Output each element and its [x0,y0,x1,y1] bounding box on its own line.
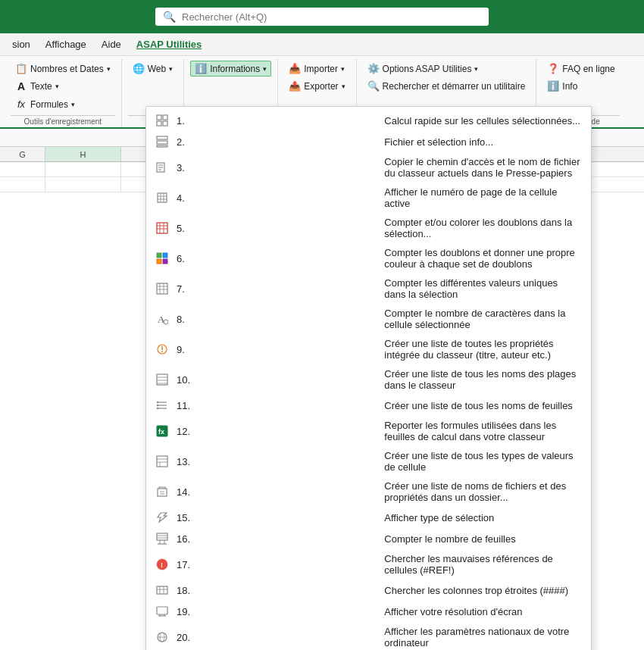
dropdown-item-16[interactable]: 16. Compter le nombre de feuilles [146,528,591,549]
item-label-5: Compter et/ou colorer les doublons dans … [384,217,581,239]
exporter-button[interactable]: 📤 Exporter ▾ [284,78,349,94]
item-label-20: Afficher les paramètres nationaux de vot… [384,626,581,648]
dropdown-item-1[interactable]: 1. Calcul rapide sur les cellules sélect… [146,110,591,131]
svg-rect-1 [163,115,167,120]
item-text-2: 2. [177,136,374,148]
svg-rect-62 [157,586,167,594]
item-text-8: 8. [177,314,374,325]
item-text-3: 3. [177,162,374,173]
dropdown-item-14[interactable]: 14. Créer une liste de noms de fichiers … [146,477,591,507]
item-icon-3 [155,161,169,174]
item-icon-13 [155,455,169,468]
dropdown-item-13[interactable]: 13. Créer une liste de tous les types de… [146,446,591,477]
dropdown-item-9[interactable]: 9. Créer une liste de toutes les proprié… [146,334,591,364]
item-text-20: 20. [177,632,374,643]
item-label-15: Afficher type de sélection [384,512,581,523]
importer-caret: ▾ [341,65,345,73]
svg-rect-5 [157,141,167,144]
item-text-19: 19. [177,606,374,617]
item-label-3: Copier le chemin d'accès et le nom de fi… [384,156,581,179]
dropdown-item-18[interactable]: 18. Chercher les colonnes trop étroites … [146,580,591,601]
svg-rect-54 [157,533,167,540]
dropdown-item-15[interactable]: 15. Afficher type de sélection [146,507,591,528]
svg-point-42 [157,402,158,403]
svg-rect-22 [163,253,167,258]
item-text-5: 5. [177,223,374,234]
dropdown-item-12[interactable]: fx 12. Reporter les formules utilisées d… [146,416,591,446]
nombres-caret: ▾ [107,65,111,73]
options-button[interactable]: ⚙️ Options ASAP Utilities ▾ [363,61,530,77]
dropdown-item-6[interactable]: 6. Compter les doublons et donner une pr… [146,243,591,273]
svg-rect-4 [157,136,167,139]
item-icon-15 [155,511,169,524]
svg-rect-47 [157,456,167,467]
svg-rect-66 [157,607,167,614]
item-text-16: 16. [177,533,374,545]
dropdown-item-19[interactable]: 19. Afficher votre résolution d'écran [146,601,591,622]
item-icon-2 [155,135,169,148]
dropdown-item-10[interactable]: 10. Créer une liste de tous les noms des… [146,364,591,395]
info-label: Info [562,81,577,92]
dropdown-item-11[interactable]: 11. Créer une liste de tous les noms de … [146,395,591,416]
search-bar: 🔍 [0,0,644,33]
ribbon-section-nombres: 📋 Nombres et Dates ▾ A Texte ▾ fx Formul… [5,59,122,127]
nombres-icon: 📋 [15,63,27,74]
nombres-dates-button[interactable]: 📋 Nombres et Dates ▾ [11,61,115,77]
item-label-14: Créer une liste de noms de fichiers et d… [384,480,581,503]
svg-point-44 [157,408,158,409]
menu-item-affichage[interactable]: Affichage [39,36,92,53]
item-text-15: 15. [177,512,374,523]
item-icon-14 [155,485,169,498]
faq-label: FAQ en ligne [562,64,614,74]
dropdown-item-4[interactable]: 4. Afficher le numéro de page de la cell… [146,183,591,213]
menu-item-sion[interactable]: sion [6,36,36,53]
item-label-2: Fichier et sélection info... [384,136,581,148]
svg-rect-3 [163,121,167,126]
dropdown-item-7[interactable]: 7. Compter les différentes valeurs uniqu… [146,273,591,304]
item-label-1: Calcul rapide sur les cellules sélection… [384,115,581,127]
ribbon-section-nombres-buttons: 📋 Nombres et Dates ▾ A Texte ▾ fx Formul… [11,61,115,115]
menu-item-asap[interactable]: ASAP Utilities [130,36,208,53]
svg-rect-6 [157,145,167,147]
dropdown-item-8[interactable]: A 8. Compter le nombre de caractères dan… [146,304,591,334]
dropdown-item-2[interactable]: 2. Fichier et sélection info... [146,131,591,152]
informations-caret: ▾ [263,65,267,73]
info-button[interactable]: ℹ️ Info [542,78,619,94]
item-label-7: Compter les différentes valeurs uniques … [384,277,581,300]
informations-button[interactable]: ℹ️ Informations ▾ [190,61,271,77]
svg-text:fx: fx [158,428,164,436]
item-label-6: Compter les doublons et donner une propr… [384,247,581,270]
item-text-10: 10. [177,374,374,386]
item-icon-19 [155,605,169,618]
formules-button[interactable]: fx Formules ▾ [11,96,115,112]
rechercher-utilitaire-button[interactable]: 🔍 Rechercher et démarrer un utilitaire [363,78,530,94]
dropdown-item-3[interactable]: 3. Copier le chemin d'accès et le nom de… [146,152,591,183]
col-header-h: H [45,147,121,161]
svg-point-34 [161,351,163,352]
svg-rect-21 [157,253,161,258]
informations-icon: ℹ️ [195,63,207,74]
web-label: Web [148,64,166,74]
item-icon-4 [155,191,169,205]
faq-button[interactable]: ❓ FAQ en ligne [542,61,619,77]
item-label-13: Créer une liste de tous les types de val… [384,450,581,473]
search-icon: 🔍 [163,11,176,23]
item-icon-20 [155,630,169,644]
formules-icon: fx [15,98,27,110]
item-icon-11 [155,398,169,412]
dropdown-item-20[interactable]: 20. Afficher les paramètres nationaux de… [146,622,591,650]
importer-button[interactable]: 📥 Importer ▾ [284,61,349,77]
texte-button[interactable]: A Texte ▾ [11,78,115,95]
search-input[interactable] [182,11,481,23]
informations-label: Informations [210,64,260,74]
item-text-14: 14. [177,486,374,498]
item-label-4: Afficher le numéro de page de la cellule… [384,186,581,209]
menu-item-aide[interactable]: Aide [95,36,127,53]
dropdown-menu: 1. Calcul rapide sur les cellules sélect… [145,106,592,650]
item-icon-9 [155,342,169,356]
options-caret: ▾ [474,65,478,73]
dropdown-item-17[interactable]: ! 17. Chercher les mauvaises références … [146,549,591,580]
web-button[interactable]: 🌐 Web ▾ [128,61,177,77]
dropdown-item-5[interactable]: 5. Compter et/ou colorer les doublons da… [146,213,591,243]
info-icon: ℹ️ [547,80,559,92]
